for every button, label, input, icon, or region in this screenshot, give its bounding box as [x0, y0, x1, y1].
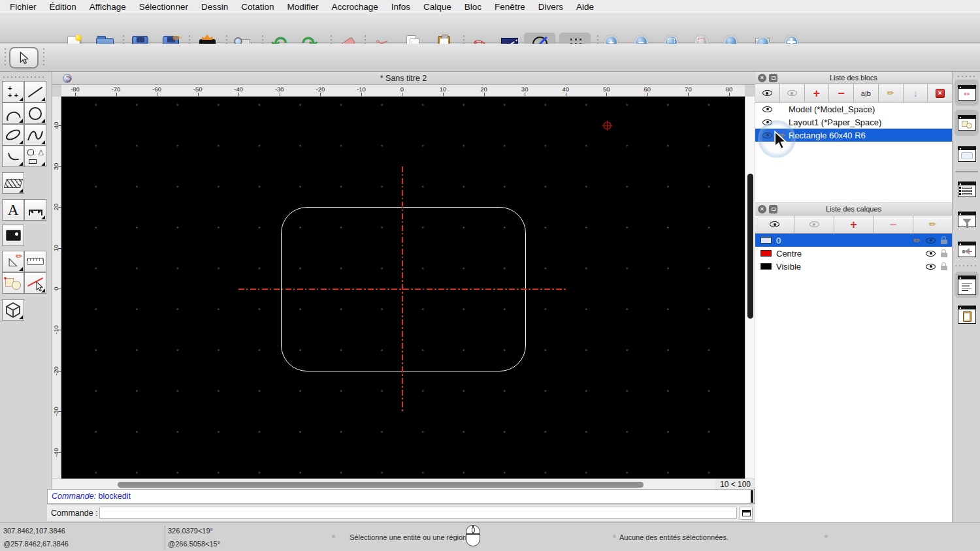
coordinate-relative: @257.8462,67.3846 — [3, 540, 69, 548]
block-list-item[interactable]: Model (*Model_Space) — [755, 102, 952, 116]
lock-icon[interactable] — [941, 253, 947, 257]
text-tool-button[interactable]: A — [2, 199, 24, 221]
history-scrollbar-thumb[interactable] — [751, 490, 753, 503]
eye-icon[interactable] — [926, 264, 936, 270]
arc-icon — [5, 110, 21, 120]
solid-3d-tool-button[interactable] — [2, 299, 24, 321]
menu-item[interactable]: Aide — [570, 2, 600, 12]
layers-panel-header[interactable]: × Liste des calques — [755, 203, 952, 215]
funnel-icon — [962, 219, 972, 224]
edit-layer-button[interactable] — [913, 215, 952, 233]
edit-block-button[interactable] — [879, 84, 904, 102]
layer-list-item[interactable]: 0 — [755, 234, 952, 247]
detach-command-button[interactable] — [740, 507, 753, 520]
selection-tool-button[interactable] — [9, 47, 39, 69]
remove-layer-button[interactable]: − — [874, 215, 913, 233]
selection-filter-window-button[interactable] — [958, 212, 976, 227]
notification-window-button[interactable] — [958, 242, 976, 257]
polyline-tool-button[interactable] — [2, 146, 24, 167]
lock-icon[interactable] — [941, 266, 947, 270]
layer-color-swatch[interactable] — [760, 263, 772, 270]
eye-icon[interactable] — [762, 119, 772, 125]
entity-list-window-button[interactable] — [958, 115, 976, 131]
library-browser-window-button[interactable] — [958, 146, 976, 162]
layer-row-icons — [926, 263, 947, 270]
menu-item[interactable]: Calque — [417, 2, 458, 12]
insert-block-button[interactable]: ↓ — [904, 84, 928, 102]
drawing-window-titlebar[interactable]: * Sans titre 2 — [52, 72, 755, 85]
horizontal-scrollbar-thumb[interactable] — [118, 482, 644, 488]
blocks-panel: × Liste des blocs + − a|b ↓ × Model (*Mo… — [755, 72, 952, 202]
hide-all-layers-button[interactable] — [794, 215, 834, 233]
pencil-icon[interactable] — [913, 236, 921, 245]
add-layer-button[interactable]: + — [834, 215, 874, 233]
construction-tools-button[interactable] — [2, 251, 24, 272]
pencil-icon — [778, 131, 785, 140]
polyline-icon — [8, 151, 19, 161]
image-tool-button[interactable] — [2, 225, 24, 246]
rename-block-button[interactable]: a|b — [854, 84, 879, 102]
eye-icon[interactable] — [762, 106, 772, 112]
menu-item[interactable]: Affichage — [83, 2, 133, 12]
command-line-window-button[interactable] — [958, 276, 976, 295]
layer-color-swatch[interactable] — [760, 250, 772, 257]
ruler-tick — [402, 93, 402, 96]
menu-item[interactable]: Accrochage — [325, 2, 384, 12]
block-label: Layout1 (*Paper_Space) — [789, 118, 881, 127]
eye-icon[interactable] — [926, 251, 936, 257]
spline-tool-button[interactable] — [24, 124, 46, 146]
show-all-layers-button[interactable] — [755, 215, 794, 233]
command-input[interactable] — [99, 507, 737, 519]
circle-tool-button[interactable] — [24, 102, 46, 124]
ruler-tick — [688, 93, 689, 96]
blocks-panel-header[interactable]: × Liste des blocs — [755, 72, 952, 84]
arc-tool-button[interactable] — [2, 102, 24, 124]
block-list-item[interactable]: Rectangle 60x40 R6 — [755, 129, 952, 142]
line-tool-button[interactable] — [24, 81, 46, 102]
block-list-item[interactable]: Layout1 (*Paper_Space) — [755, 116, 952, 129]
menu-item[interactable]: Dessin — [195, 2, 235, 12]
hide-all-blocks-button[interactable] — [780, 84, 805, 102]
block-edit-window-button[interactable] — [958, 85, 976, 101]
dimension-tool-button[interactable] — [24, 199, 46, 221]
layer-list-item[interactable]: Visible — [755, 260, 952, 273]
select-entity-tool-button[interactable] — [24, 272, 46, 294]
vertical-scrollbar-thumb[interactable] — [747, 174, 753, 319]
layer-color-swatch[interactable] — [760, 237, 772, 244]
modify-tool-button[interactable] — [2, 272, 24, 294]
menu-item[interactable]: Infos — [385, 2, 417, 12]
delete-block-button[interactable]: × — [928, 84, 952, 102]
horizontal-scrollbar[interactable] — [52, 479, 715, 489]
rounded-rect-icon — [961, 152, 973, 159]
menu-item[interactable]: Cotation — [235, 2, 280, 12]
points-tool-button[interactable]: + + + — [2, 81, 24, 102]
hatch-tool-button[interactable] — [2, 172, 24, 194]
measure-tool-button[interactable] — [24, 251, 46, 272]
minus-icon: − — [890, 219, 897, 230]
menu-item[interactable]: Édition — [43, 2, 83, 12]
ellipse-tool-button[interactable] — [2, 124, 24, 146]
shapes-tool-button[interactable]: △ — [24, 146, 46, 167]
lock-icon[interactable] — [941, 240, 947, 244]
menu-bar: FichierÉditionAffichageSélectionnerDessi… — [0, 0, 980, 14]
eye-icon[interactable] — [926, 238, 936, 244]
drawing-canvas[interactable] — [61, 97, 745, 479]
menu-item[interactable]: Modifier — [280, 2, 325, 12]
menu-item[interactable]: Sélectionner — [133, 2, 195, 12]
dock-separator — [955, 171, 978, 172]
block-list-window-button[interactable] — [958, 181, 976, 197]
shapes-icon: △ — [27, 149, 44, 165]
menu-item[interactable]: Fichier — [3, 2, 43, 12]
remove-block-button[interactable]: − — [829, 84, 854, 102]
layer-list-item[interactable]: Centre — [755, 247, 952, 260]
ruler-tick — [606, 93, 607, 96]
pencil-icon — [964, 90, 970, 99]
add-block-button[interactable]: + — [805, 84, 830, 102]
menu-item[interactable]: Bloc — [458, 2, 488, 12]
menu-item[interactable]: Fenêtre — [488, 2, 532, 12]
menu-item[interactable]: Divers — [532, 2, 570, 12]
eye-icon[interactable] — [762, 133, 772, 138]
vertical-scrollbar[interactable] — [745, 97, 755, 479]
show-all-blocks-button[interactable] — [755, 84, 780, 102]
clipboard-window-button[interactable] — [958, 306, 976, 324]
